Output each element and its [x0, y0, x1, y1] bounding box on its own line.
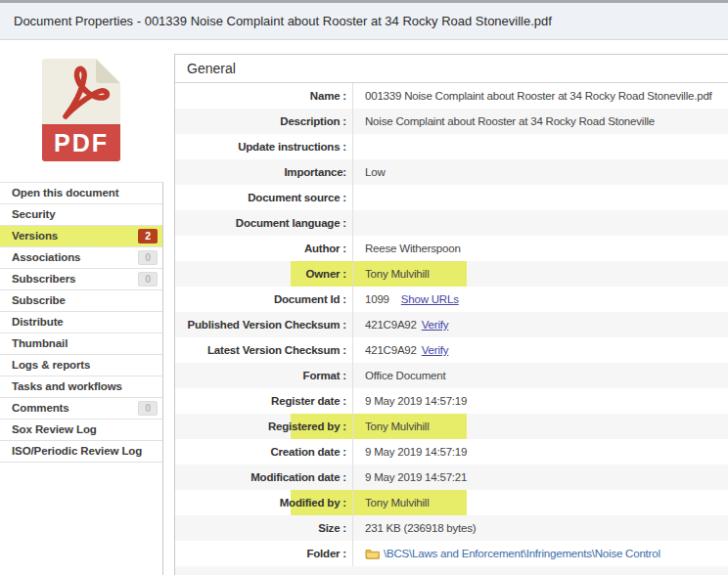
property-label: Published Version Checksum :: [175, 312, 353, 337]
sidebar-item-thumbnail[interactable]: Thumbnail: [0, 333, 162, 355]
property-row-modification-date: Modification date : 9 May 2019 14:57:21: [175, 464, 728, 490]
property-row-description: Description : Noise Complaint about Roos…: [175, 109, 728, 134]
document-properties-window: Document Properties - 001339 Noise Compl…: [0, 0, 728, 575]
sidebar-item-security[interactable]: Security: [0, 204, 162, 226]
titlebar: Document Properties - 001339 Noise Compl…: [0, 3, 728, 40]
property-row-owner: Owner : Tony Mulvihill: [175, 261, 728, 287]
panel-filler-row: [175, 566, 728, 575]
associations-count-badge: 0: [138, 250, 158, 265]
comments-count-badge: 0: [138, 401, 158, 416]
sidebar-item-open-this-document[interactable]: Open this document: [0, 183, 162, 204]
sidebar-item-subscribers[interactable]: Subscribers 0: [0, 269, 162, 290]
property-value: Reese Witherspoon: [353, 236, 728, 261]
sidebar-item-subscribe[interactable]: Subscribe: [0, 290, 162, 312]
property-label: Importance:: [175, 159, 353, 185]
property-value: [353, 134, 728, 159]
pdf-file-icon: PDF: [42, 59, 120, 161]
property-row-modified-by: Modified by : Tony Mulvihill: [175, 490, 728, 515]
property-value: [353, 185, 728, 210]
property-label: Modification date :: [175, 464, 353, 490]
property-value: 1099Show URLs: [353, 287, 728, 312]
property-value: Tony Mulvihill: [353, 261, 728, 287]
sidebar-item-logs-and-reports[interactable]: Logs & reports: [0, 355, 162, 376]
property-label: Latest Version Checksum :: [175, 337, 353, 363]
property-value: Office Document: [353, 363, 728, 388]
sidebar-item-comments[interactable]: Comments 0: [0, 398, 162, 420]
property-label: Registered by :: [175, 414, 353, 439]
property-row-name: Name : 001339 Noise Complaint about Roos…: [175, 83, 728, 109]
property-label: Document language :: [175, 210, 353, 236]
property-row-creation-date: Creation date : 9 May 2019 14:57:19: [175, 439, 728, 464]
property-value: 421C9A92Verify: [353, 337, 728, 363]
general-properties-panel: General Name : 001339 Noise Complaint ab…: [174, 54, 728, 575]
property-label: Description :: [175, 109, 353, 134]
property-label: Modified by :: [175, 490, 353, 515]
versions-count-badge: 2: [138, 229, 158, 243]
sidebar-menu: Open this document Security Versions 2 A…: [0, 182, 163, 575]
folder-path-link[interactable]: \BCS\Laws and Enforcement\Infringements\…: [384, 548, 660, 559]
property-label: Format :: [175, 363, 353, 388]
property-value: Noise Complaint about Rooster at 34 Rock…: [353, 109, 728, 134]
property-row-author: Author : Reese Witherspoon: [175, 236, 728, 261]
property-value: Tony Mulvihill: [353, 490, 728, 515]
property-row-format: Format : Office Document: [175, 363, 728, 388]
property-label: Update instructions :: [175, 134, 353, 159]
property-value: 231 KB (236918 bytes): [353, 515, 728, 541]
sidebar-item-sox-review-log[interactable]: Sox Review Log: [0, 420, 162, 441]
sidebar-item-distribute[interactable]: Distribute: [0, 312, 162, 333]
verify-latest-checksum-link[interactable]: Verify: [422, 344, 449, 356]
verify-published-checksum-link[interactable]: Verify: [422, 319, 449, 331]
property-label: Author :: [175, 236, 353, 261]
property-row-folder: Folder : \BCS\Laws and Enforcement\Infri…: [175, 541, 728, 566]
property-row-latest-version-checksum: Latest Version Checksum : 421C9A92Verify: [175, 337, 728, 363]
property-value: 9 May 2019 14:57:19: [353, 388, 728, 414]
sidebar-item-tasks-and-workflows[interactable]: Tasks and workflows: [0, 376, 162, 398]
property-label: Document Id :: [175, 287, 353, 312]
property-value: 421C9A92Verify: [353, 312, 728, 337]
property-row-size: Size : 231 KB (236918 bytes): [175, 515, 728, 541]
property-label: Size :: [175, 515, 353, 541]
property-label: Creation date :: [175, 439, 353, 464]
property-value: 9 May 2019 14:57:19: [353, 439, 728, 464]
property-value: 9 May 2019 14:57:21: [353, 464, 728, 490]
property-row-importance: Importance: Low: [175, 159, 728, 185]
property-label: Document source :: [175, 185, 353, 210]
show-urls-link[interactable]: Show URLs: [401, 293, 459, 305]
property-row-published-version-checksum: Published Version Checksum : 421C9A92Ver…: [175, 312, 728, 337]
property-label: Register date :: [175, 388, 353, 414]
property-row-document-language: Document language :: [175, 210, 728, 236]
sidebar-item-iso-periodic-review-log[interactable]: ISO/Periodic Review Log: [0, 441, 162, 463]
property-label: Name :: [175, 83, 353, 109]
folder-icon: [365, 543, 380, 566]
property-row-register-date: Register date : 9 May 2019 14:57:19: [175, 388, 728, 414]
window-title: Document Properties - 001339 Noise Compl…: [14, 14, 552, 28]
property-label: Owner :: [175, 261, 353, 287]
property-value: [353, 210, 728, 236]
svg-text:PDF: PDF: [54, 129, 109, 156]
sidebar-item-versions[interactable]: Versions 2: [0, 226, 162, 247]
property-value: Tony Mulvihill: [353, 414, 728, 439]
property-row-document-id: Document Id : 1099Show URLs: [175, 287, 728, 312]
property-label: Folder :: [175, 541, 353, 566]
property-value: 001339 Noise Complaint about Rooster at …: [353, 83, 728, 109]
sidebar-item-associations[interactable]: Associations 0: [0, 247, 162, 269]
property-value: Low: [353, 159, 728, 185]
subscribers-count-badge: 0: [138, 272, 158, 287]
property-row-update-instructions: Update instructions :: [175, 134, 728, 159]
property-row-registered-by: Registered by : Tony Mulvihill: [175, 414, 728, 439]
panel-header-general: General: [175, 55, 728, 83]
property-value: \BCS\Laws and Enforcement\Infringements\…: [353, 541, 728, 566]
property-row-document-source: Document source :: [175, 185, 728, 210]
